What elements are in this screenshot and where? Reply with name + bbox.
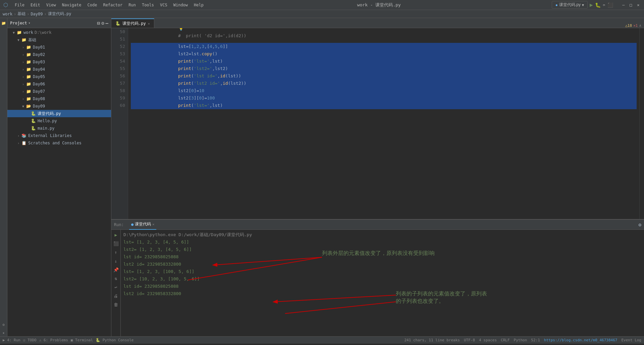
svg-line-3 (285, 302, 396, 314)
tree-label-extlibs: External Libraries (28, 133, 72, 138)
run-with-coverage[interactable]: ☂ (603, 2, 605, 8)
status-right: 241 chars, 11 line breaks UTF-8 4 spaces… (404, 338, 641, 342)
minimize-button[interactable]: — (621, 3, 626, 7)
menu-navigate[interactable]: Navigate (59, 2, 84, 8)
wrap-button[interactable]: ↩ (112, 283, 120, 291)
status-crlf[interactable]: CRLF (501, 338, 510, 342)
bottom-settings-icon[interactable]: ⚙ (639, 222, 641, 227)
status-event-log[interactable]: Event Log (621, 338, 641, 342)
status-terminal-btn[interactable]: ▣ Terminal (71, 338, 93, 342)
run-config-button[interactable]: ● 课堂代码.py ▾ (552, 1, 588, 9)
tree-item-day09[interactable]: ▼ 📂 Day09 (7, 102, 111, 110)
tree-item-day04[interactable]: › 📁 Day04 (7, 66, 111, 73)
debug-button[interactable]: 🐛 (595, 2, 601, 8)
tree-item-extlibs[interactable]: › 📚 External Libraries (7, 132, 111, 139)
stop-button[interactable]: ⬛ (607, 2, 613, 8)
status-left: ▶ 4: Run ☑ TODO ⚠ 6: Problems ▣ Terminal… (3, 338, 133, 342)
sort-button[interactable]: ⇅ (112, 275, 120, 282)
breadcrumb-jichu[interactable]: 基础 (17, 11, 25, 17)
window-title: work - 课堂代码.py (357, 2, 401, 8)
scroll-up-button[interactable]: ↑ (112, 249, 120, 256)
status-url[interactable]: https://blog.csdn.net/m0_46738467 (544, 338, 618, 342)
tree-item-day06[interactable]: › 📁 Day06 (7, 80, 111, 88)
arrow-work: ▼ (13, 31, 17, 34)
tree-item-day07[interactable]: › 📁 Day07 (7, 88, 111, 95)
run-button[interactable]: ▶ (590, 2, 593, 8)
sidebar-project-icon[interactable]: 📁 (0, 19, 7, 27)
status-encoding[interactable]: UTF-8 (464, 338, 475, 342)
menu-run[interactable]: Run (126, 2, 139, 8)
editor-wrapper: 50 51 52 53 54 55 56 57 58 59 60 (111, 28, 644, 219)
run-tab-ketang[interactable]: ● 课堂代码 ✕ (129, 220, 156, 230)
arrow-day02: › (22, 53, 26, 57)
app-icon: ⬡ (3, 2, 8, 8)
breadcrumb-file[interactable]: 课堂代码.py (48, 11, 71, 17)
breadcrumb-day09[interactable]: Day09 (31, 12, 43, 16)
status-python-console-btn[interactable]: 🐍 Python Console (96, 338, 133, 342)
tab-icon: 🐍 (115, 21, 120, 26)
status-problems-btn[interactable]: ⚠ 6: Problems (39, 338, 68, 342)
tree-item-scratches[interactable]: › 📋 Scratches and Consoles (7, 139, 111, 147)
line-num-60: 60 (114, 102, 125, 109)
menu-help[interactable]: Help (191, 2, 206, 8)
arrow-day07: › (22, 90, 26, 93)
line-num-54: 54 (114, 58, 125, 65)
breadcrumb-work[interactable]: work (3, 12, 12, 16)
editor-tab-ketang[interactable]: 🐍 课堂代码.py ✕ (111, 18, 154, 28)
clear-button[interactable]: 🗑 (112, 301, 120, 308)
tree-item-hello[interactable]: 🐍 Hello.py (7, 117, 111, 125)
tree-item-day02[interactable]: › 📁 Day02 (7, 51, 111, 58)
settings-icon[interactable]: ⚙ (101, 20, 104, 26)
menu-tools[interactable]: Tools (139, 2, 157, 8)
scroll-down-button[interactable]: ↓ (112, 257, 120, 265)
bottom-controls: ⚙ (639, 222, 641, 227)
arrow-day03: › (22, 60, 26, 64)
menu-refactor[interactable]: Refactor (100, 2, 125, 8)
project-dropdown-icon[interactable]: ▾ (29, 21, 31, 25)
line-numbers: 50 51 52 53 54 55 56 57 58 59 60 (111, 28, 128, 219)
tree-item-main[interactable]: 🐍 main.py (7, 125, 111, 132)
menu-edit[interactable]: Edit (28, 2, 43, 8)
print-button[interactable]: 🖨 (112, 292, 120, 299)
menu-window[interactable]: Window (171, 2, 191, 8)
code-line-50: 💡 # print( 'd2 id=',id(d2)) (131, 28, 637, 36)
sidebar-structure-icon[interactable]: ⚙ (0, 321, 7, 328)
stop-run-button[interactable]: ⬛ (112, 240, 120, 247)
menu-file[interactable]: File (12, 2, 27, 8)
breadcrumb-sep-3: › (44, 12, 47, 16)
run-tab-close-icon[interactable]: ✕ (152, 222, 154, 226)
collapse-all-icon[interactable]: ⊟ (97, 20, 100, 26)
pin-button[interactable]: 📌 (112, 266, 120, 273)
menu-view[interactable]: View (44, 2, 59, 8)
tab-close-icon[interactable]: ✕ (148, 22, 150, 25)
status-spaces[interactable]: 4 spaces (479, 338, 497, 342)
code-editor[interactable]: 💡 # print( 'd2 id=',id(d2)) lst=[1,2,3,[… (128, 28, 639, 219)
maximize-button[interactable]: □ (629, 3, 633, 7)
extlibs-icon: 📚 (21, 133, 27, 138)
breadcrumb-sep-2: › (27, 12, 29, 16)
project-header: Project ▾ ⊟ ⚙ — (7, 18, 111, 28)
code-60: print('lst=',lst) (131, 94, 223, 117)
close-button[interactable]: ✕ (636, 3, 641, 7)
menu-code[interactable]: Code (85, 2, 100, 8)
tree-item-jichu[interactable]: ▼ 📁 基础 (7, 36, 111, 44)
rerun-button[interactable]: ▶ (112, 231, 120, 238)
collapse-icon[interactable]: ∧ (639, 23, 641, 28)
arrow-day08: › (22, 97, 26, 101)
tree-item-day01[interactable]: › 📁 Day01 (7, 44, 111, 51)
tree-item-day05[interactable]: › 📁 Day05 (7, 73, 111, 80)
tree-item-day03[interactable]: › 📁 Day03 (7, 58, 111, 66)
arrow-extlibs: › (17, 134, 21, 138)
status-run-btn[interactable]: ▶ 4: Run (3, 338, 20, 342)
titlebar-controls: ● 课堂代码.py ▾ ▶ 🐛 ☂ ⬛ — □ ✕ (552, 1, 641, 9)
tree-item-day08[interactable]: › 📁 Day08 (7, 95, 111, 102)
status-todo-btn[interactable]: ☑ TODO (23, 338, 37, 342)
status-python[interactable]: Python (514, 338, 527, 342)
project-panel: Project ▾ ⊟ ⚙ — ▼ 📁 work D:\work (7, 18, 111, 336)
menu-vcs[interactable]: VCS (157, 2, 170, 8)
folder-day09-icon: 📂 (26, 104, 32, 109)
sidebar-favorites-icon[interactable]: ★ (0, 329, 7, 336)
tree-item-work[interactable]: ▼ 📁 work D:\work (7, 29, 111, 36)
tree-item-ketang[interactable]: 🐍 课堂代码.py (7, 110, 111, 117)
close-panel-icon[interactable]: — (106, 20, 108, 26)
